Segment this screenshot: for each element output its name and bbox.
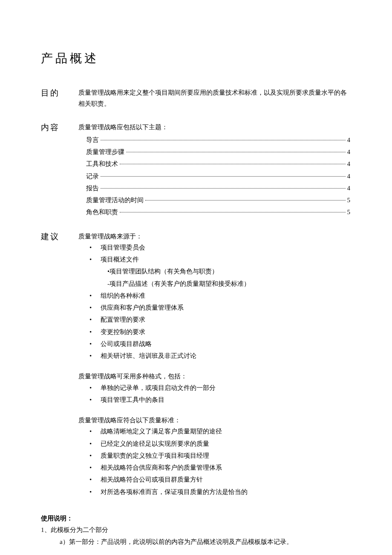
usage-line-1: 1、此模板分为二个部分 <box>41 524 351 535</box>
list-item: 对所选各项标准而言，保证项目质量的方法是恰当的 <box>86 486 351 497</box>
usage-heading: 使用说明： <box>41 514 351 523</box>
toc-page: 4 <box>347 134 351 145</box>
toc-label: 导言 <box>86 134 99 145</box>
list-item: 项目概述文件 <box>86 254 351 265</box>
toc-label: 报告 <box>86 183 99 194</box>
toc-label: 角色和职责 <box>86 206 118 218</box>
list-item: 公司或项目群战略 <box>86 338 351 349</box>
section-label-purpose: 目的 <box>41 87 78 99</box>
toc-row: 报告 4 <box>86 183 350 194</box>
list-item: 质量职责的定义独立于项目和项目经理 <box>86 450 351 461</box>
section-contents: 内容 质量管理战略应包括以下主题： 导言 4 质量管理步骤 4 工具和技术 4 <box>41 122 351 219</box>
usage-sub-a: a）第一部分：产品说明，此说明以前的内容为产品概述说明及产品模板版本记录。 <box>60 536 351 547</box>
toc-page: 4 <box>347 146 351 157</box>
toc-page: 5 <box>347 206 351 218</box>
toc-dots <box>101 176 346 177</box>
table-of-contents: 导言 4 质量管理步骤 4 工具和技术 4 记录 4 <box>86 134 351 218</box>
advice-source-sub: •项目管理团队结构（有关角色与职责） <box>107 266 351 277</box>
list-item: 已经定义的途径足以实现所要求的质量 <box>86 438 351 449</box>
list-item: 相关战略符合公司或项目群质量方针 <box>86 474 351 485</box>
advice-source-sub: -项目产品描述（有关客户的质量期望和接受标准） <box>107 278 351 289</box>
section-purpose: 目的 质量管理战略用来定义整个项目期间所要应用的质量技术和标准，以及实现所要求质… <box>41 87 351 110</box>
toc-page: 4 <box>347 183 351 194</box>
toc-label: 工具和技术 <box>86 158 118 169</box>
toc-row: 质量管理活动的时间 5 <box>86 195 350 206</box>
toc-row: 导言 4 <box>86 134 350 145</box>
toc-dots <box>126 152 346 152</box>
section-label-advice: 建议 <box>41 231 78 243</box>
section-body-purpose: 质量管理战略用来定义整个项目期间所要应用的质量技术和标准，以及实现所要求质量水平… <box>78 87 351 110</box>
list-item: 相关研讨班、培训班及非正式讨论 <box>86 350 351 361</box>
toc-page: 4 <box>347 158 351 169</box>
toc-dots <box>120 212 346 212</box>
list-item: 变更控制的要求 <box>86 326 351 337</box>
section-label-contents: 内容 <box>41 122 78 134</box>
toc-row: 工具和技术 4 <box>86 158 350 169</box>
toc-label: 记录 <box>86 171 99 182</box>
toc-row: 角色和职责 5 <box>86 206 350 218</box>
toc-page: 5 <box>347 195 351 206</box>
list-item: 项目管理委员会 <box>86 242 351 253</box>
section-advice: 建议 质量管理战略来源于： 项目管理委员会 项目概述文件 •项目管理团队结构（有… <box>41 231 351 498</box>
list-item: 配置管理的要求 <box>86 314 351 325</box>
list-item: 供应商和客户的质量管理体系 <box>86 302 351 313</box>
toc-row: 质量管理步骤 4 <box>86 146 350 157</box>
toc-dots <box>120 164 346 164</box>
contents-intro: 质量管理战略应包括以下主题： <box>78 122 351 133</box>
section-body-advice: 质量管理战略来源于： 项目管理委员会 项目概述文件 •项目管理团队结构（有关角色… <box>78 231 351 498</box>
toc-dots <box>101 188 346 189</box>
section-body-contents: 质量管理战略应包括以下主题： 导言 4 质量管理步骤 4 工具和技术 4 <box>78 122 351 219</box>
list-item: 项目管理工具中的条目 <box>86 394 351 405</box>
toc-page: 4 <box>347 171 351 182</box>
document-page: 产品概述 目的 质量管理战略用来定义整个项目期间所要应用的质量技术和标准，以及实… <box>0 0 392 555</box>
advice-standards-list: 战略清晰地定义了满足客户质量期望的途径 已经定义的途径足以实现所要求的质量 质量… <box>86 426 351 497</box>
toc-row: 记录 4 <box>86 171 350 182</box>
page-title: 产品概述 <box>41 50 351 67</box>
list-item: 战略清晰地定义了满足客户质量期望的途径 <box>86 426 351 437</box>
advice-sources-list-more: 组织的各种标准 供应商和客户的质量管理体系 配置管理的要求 变更控制的要求 公司… <box>86 290 351 362</box>
list-item: 单独的记录单，或项目启动文件的一部分 <box>86 382 351 393</box>
toc-label: 质量管理活动的时间 <box>86 195 144 206</box>
advice-formats-intro: 质量管理战略可采用多种格式，包括： <box>78 371 351 382</box>
toc-dots <box>145 200 346 200</box>
list-item: 相关战略符合供应商和客户的质量管理体系 <box>86 462 351 473</box>
advice-standards-intro: 质量管理战略应符合以下质量标准： <box>78 415 351 426</box>
list-item: 组织的各种标准 <box>86 290 351 301</box>
toc-label: 质量管理步骤 <box>86 146 124 157</box>
advice-sources-list: 项目管理委员会 项目概述文件 <box>86 242 351 265</box>
advice-formats-list: 单独的记录单，或项目启动文件的一部分 项目管理工具中的条目 <box>86 382 351 406</box>
toc-dots <box>101 140 346 140</box>
advice-sources-intro: 质量管理战略来源于： <box>78 231 351 242</box>
